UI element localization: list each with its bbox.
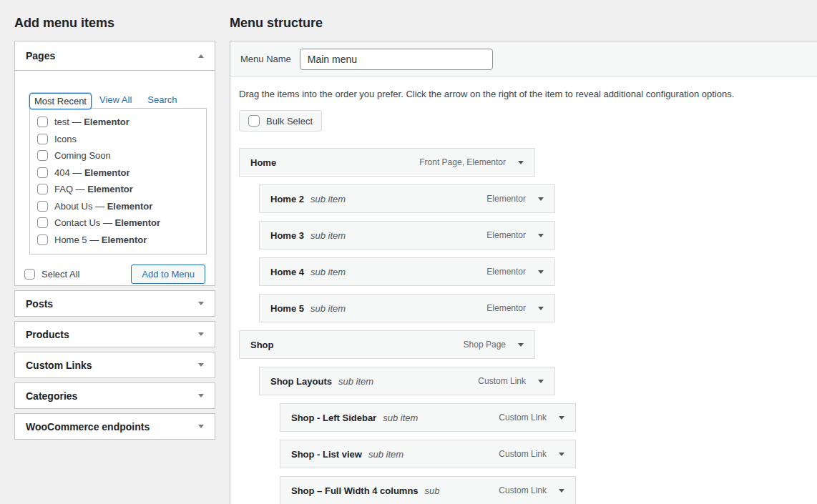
accordion-section[interactable]: Custom Links xyxy=(14,352,215,378)
bulk-select-control[interactable]: Bulk Select xyxy=(239,110,322,132)
page-checkbox-label[interactable]: 404 — Elementor xyxy=(37,167,130,178)
page-checkbox-label[interactable]: Contact Us — Elementor xyxy=(37,217,160,228)
menu-item-type-label: Custom Link xyxy=(499,485,547,495)
menu-item-title: Shop - Left Sidebar xyxy=(291,412,376,423)
page-checkbox[interactable] xyxy=(37,134,48,144)
menu-item-title: Home 4 xyxy=(270,267,304,277)
page-checkbox[interactable] xyxy=(37,217,48,228)
pages-panel: Pages Most Recent View All Search test —… xyxy=(14,41,215,286)
page-checkbox[interactable] xyxy=(37,234,48,245)
menu-item-row[interactable]: Home 4 sub item Elementor xyxy=(259,257,555,286)
menu-name-bar: Menu Name xyxy=(230,41,817,77)
page-checkbox[interactable] xyxy=(37,167,48,178)
bulk-select-checkbox[interactable] xyxy=(248,115,260,127)
menu-name-input[interactable] xyxy=(300,49,493,70)
menu-item-title: Home xyxy=(250,157,276,168)
page-checkbox[interactable] xyxy=(37,150,48,161)
chevron-down-icon[interactable] xyxy=(538,234,544,237)
menu-item-title: Shop - List view xyxy=(291,449,362,460)
menu-item-sub-label: sub item xyxy=(338,376,373,387)
menu-item-sub-label: sub item xyxy=(368,449,403,460)
menu-item-title: Home 2 xyxy=(270,194,304,204)
page-checkbox-label[interactable]: About Us — Elementor xyxy=(37,201,152,212)
menu-item-title: Shop Layouts xyxy=(270,376,332,387)
pages-panel-header[interactable]: Pages xyxy=(15,41,215,71)
menu-item-row[interactable]: Home 2 sub item Elementor xyxy=(259,184,555,213)
chevron-down-icon[interactable] xyxy=(198,394,204,397)
accordion-section-title: Categories xyxy=(26,390,198,402)
menu-item-row[interactable]: Shop Shop Page xyxy=(239,330,535,359)
menu-structure-column: Menu structure Menu Name Drag the items … xyxy=(230,0,817,504)
menu-item-type-label: Custom Link xyxy=(478,376,526,386)
chevron-down-icon[interactable] xyxy=(198,332,204,336)
page-item-text: Home 5 — Elementor xyxy=(54,234,147,245)
select-all-control[interactable]: Select All xyxy=(24,269,131,280)
page-checkbox[interactable] xyxy=(37,184,48,194)
chevron-down-icon[interactable] xyxy=(538,307,544,310)
add-to-menu-button[interactable]: Add to Menu xyxy=(131,265,205,284)
chevron-down-icon[interactable] xyxy=(518,343,524,347)
page-checkbox-label[interactable]: FAQ — Elementor xyxy=(37,184,133,194)
menu-item-title: Shop – Full Width 4 columns xyxy=(291,485,419,496)
menu-item-row[interactable]: Shop – Full Width 4 columns sub Custom L… xyxy=(280,476,576,504)
menu-item-row[interactable]: Home 3 sub item Elementor xyxy=(259,221,555,249)
select-all-checkbox[interactable] xyxy=(24,269,35,280)
pages-panel-title: Pages xyxy=(26,50,198,61)
accordion-section[interactable]: Products xyxy=(14,321,215,347)
list-item: test — Elementor xyxy=(37,114,203,131)
menu-item-type-label: Elementor xyxy=(486,267,526,277)
page-checkbox-label[interactable]: test — Elementor xyxy=(37,117,129,127)
page-checkbox[interactable] xyxy=(37,201,48,212)
menu-item-title: Home 3 xyxy=(270,230,304,241)
chevron-down-icon[interactable] xyxy=(518,161,524,164)
menu-item-row[interactable]: Shop - Left Sidebar sub item Custom Link xyxy=(280,403,576,432)
page-item-text: 404 — Elementor xyxy=(54,167,130,178)
add-menu-items-heading: Add menu items xyxy=(14,16,215,33)
page-item-text: test — Elementor xyxy=(54,117,129,127)
accordion-section[interactable]: Posts xyxy=(14,290,215,317)
page-checkbox-label[interactable]: Icons xyxy=(37,134,77,144)
page-item-text: Icons xyxy=(54,134,77,144)
collapsed-sections: Posts Products Custom Links Categories W… xyxy=(14,290,215,440)
menu-item-row[interactable]: Home Front Page, Elementor xyxy=(239,148,535,177)
menu-item-row[interactable]: Shop - List view sub item Custom Link xyxy=(280,440,576,468)
tab-view-all[interactable]: View All xyxy=(92,92,140,108)
page-item-text: Coming Soon xyxy=(54,150,111,161)
pages-list-panel: test — Elementor Icons Coming Soon xyxy=(29,108,207,255)
chevron-down-icon[interactable] xyxy=(538,270,544,274)
menu-item-type-label: Elementor xyxy=(486,230,526,240)
accordion-section[interactable]: WooCommerce endpoints xyxy=(14,413,215,440)
page-checkbox[interactable] xyxy=(37,117,48,127)
chevron-down-icon[interactable] xyxy=(538,380,544,383)
menu-items-list: Home Front Page, Elementor Home 2 sub it… xyxy=(239,148,803,504)
list-item: Contact Us — Elementor xyxy=(37,214,203,232)
menu-name-label: Menu Name xyxy=(240,54,291,64)
bulk-select-label: Bulk Select xyxy=(266,116,313,127)
chevron-down-icon[interactable] xyxy=(559,489,564,493)
chevron-down-icon[interactable] xyxy=(198,302,204,305)
drag-instructions: Drag the items into the order you prefer… xyxy=(239,89,803,99)
tab-search[interactable]: Search xyxy=(140,92,185,108)
menu-item-type-label: Elementor xyxy=(486,194,526,204)
pages-tabs: Most Recent View All Search xyxy=(29,92,207,108)
page-checkbox-label[interactable]: Home 5 — Elementor xyxy=(37,234,147,245)
list-item: 404 — Elementor xyxy=(37,164,203,182)
accordion-section-title: Products xyxy=(26,329,198,340)
chevron-down-icon[interactable] xyxy=(538,197,544,201)
list-item: Icons xyxy=(37,131,203,148)
pages-actions-row: Select All Add to Menu xyxy=(24,265,205,284)
menu-item-row[interactable]: Shop Layouts sub item Custom Link xyxy=(259,367,555,395)
menu-item-row[interactable]: Home 5 sub item Elementor xyxy=(259,294,555,322)
chevron-down-icon[interactable] xyxy=(198,425,204,428)
chevron-up-icon[interactable] xyxy=(198,54,204,58)
page-checkbox-label[interactable]: Coming Soon xyxy=(37,150,111,161)
menu-item-type-label: Front Page, Elementor xyxy=(419,157,506,167)
accordion-section[interactable]: Categories xyxy=(14,382,215,409)
menu-item-type-label: Custom Link xyxy=(499,412,547,423)
chevron-down-icon[interactable] xyxy=(198,363,204,367)
menu-item-sub-label: sub xyxy=(425,485,440,496)
menu-item-sub-label: sub item xyxy=(310,230,346,241)
chevron-down-icon[interactable] xyxy=(559,416,564,420)
chevron-down-icon[interactable] xyxy=(559,453,564,456)
tab-most-recent[interactable]: Most Recent xyxy=(29,93,92,109)
